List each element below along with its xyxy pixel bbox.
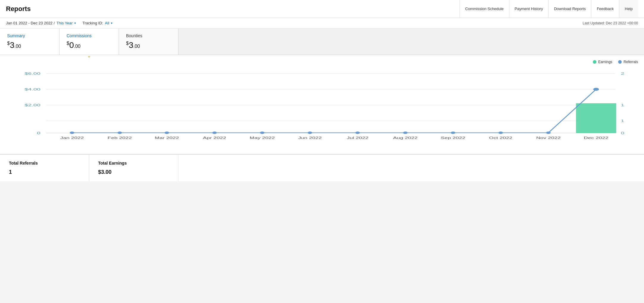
stats-empty-area [178, 155, 644, 181]
date-range: Jan 01 2022 - Dec 23 2022 / [6, 21, 55, 25]
svg-text:Nov 2022: Nov 2022 [536, 136, 561, 140]
chart-svg: $6.00 $4.00 $2.00 0 2 1 1 0 Jan 2022 Feb… [6, 68, 638, 151]
page-title: Reports [6, 5, 459, 13]
svg-text:Jan 2022: Jan 2022 [60, 136, 84, 140]
nav-tab-payment-history[interactable]: Payment History [509, 0, 548, 18]
tracking-dropdown-arrow[interactable]: ▾ [111, 21, 112, 25]
legend-referrals: Referrals [618, 60, 638, 64]
bottom-stats: Total Referrals 1 Total Earnings $3.00 [0, 154, 644, 181]
referral-dot-jan [70, 132, 74, 134]
svg-text:1: 1 [621, 103, 624, 107]
chart-legend: Earnings Referrals [6, 60, 638, 64]
svg-text:May 2022: May 2022 [250, 136, 275, 140]
total-referrals-box: Total Referrals 1 [0, 155, 89, 181]
referral-dot-feb [117, 132, 122, 134]
this-year-link[interactable]: This Year [56, 21, 73, 25]
total-referrals-label: Total Referrals [9, 161, 80, 165]
svg-text:Sep 2022: Sep 2022 [441, 136, 465, 140]
summary-tab-label-commissions: Commissions [67, 33, 107, 38]
tracking-id-dropdown[interactable]: All [105, 21, 109, 25]
referral-dot-nov [546, 132, 551, 134]
referral-dot-mar [164, 132, 169, 134]
svg-text:Jun 2022: Jun 2022 [298, 136, 322, 140]
referral-dot-aug [403, 132, 408, 134]
svg-text:Mar 2022: Mar 2022 [155, 136, 179, 140]
svg-text:Feb 2022: Feb 2022 [108, 136, 132, 140]
total-earnings-label: Total Earnings [98, 161, 169, 165]
svg-text:Dec 2022: Dec 2022 [584, 136, 609, 140]
svg-text:2: 2 [621, 72, 624, 75]
referral-dot-jul [355, 132, 360, 134]
referral-dot-jun [308, 132, 312, 134]
svg-text:$4.00: $4.00 [25, 88, 40, 91]
referrals-dot [618, 60, 622, 64]
nav-tab-commission-schedule[interactable]: Commission Schedule [459, 0, 509, 18]
svg-text:1: 1 [621, 119, 624, 123]
tracking-label: Tracking ID: [82, 21, 103, 25]
summary-tab-value-commissions: $0.00 [67, 40, 107, 50]
nav-tab-help[interactable]: Help [619, 0, 638, 18]
chart-area: $6.00 $4.00 $2.00 0 2 1 1 0 Jan 2022 Feb… [6, 68, 638, 151]
summary-tab-value-summary: $3.00 [7, 40, 47, 50]
svg-text:$6.00: $6.00 [25, 72, 40, 75]
summary-tab-label-bounties: Bounties [126, 33, 166, 38]
referral-dot-apr [212, 132, 217, 134]
svg-text:$2.00: $2.00 [25, 103, 40, 107]
date-bar-left: Jan 01 2022 - Dec 23 2022 / This Year ▾ … [6, 21, 112, 25]
earnings-dot [593, 60, 596, 64]
referrals-line [72, 89, 596, 133]
referral-dot-oct [498, 132, 503, 134]
nav-tabs: Commission Schedule Payment History Down… [459, 0, 638, 18]
date-bar: Jan 01 2022 - Dec 23 2022 / This Year ▾ … [0, 18, 644, 29]
earnings-label: Earnings [598, 60, 612, 64]
last-updated: Last Updated: Dec 23 2022 +00:00 [583, 21, 638, 25]
referral-dot-sep [451, 132, 455, 134]
header: Reports Commission Schedule Payment Hist… [0, 0, 644, 18]
earnings-bar-dec [576, 103, 616, 133]
summary-tab-label-summary: Summary [7, 33, 47, 38]
svg-text:0: 0 [37, 131, 40, 135]
svg-text:Jul 2022: Jul 2022 [347, 136, 368, 140]
referral-dot-may [260, 132, 264, 134]
chevron-down-icon: ⌄ [87, 52, 91, 59]
svg-text:Aug 2022: Aug 2022 [393, 136, 418, 140]
summary-tabs: Summary $3.00 Commissions $0.00 ⌄ Bounti… [0, 29, 644, 55]
nav-tab-feedback[interactable]: Feedback [591, 0, 619, 18]
summary-tab-commissions[interactable]: Commissions $0.00 ⌄ [59, 29, 119, 55]
summary-tab-value-bounties: $3.00 [126, 40, 166, 50]
svg-text:0: 0 [621, 131, 624, 135]
total-earnings-value: $3.00 [98, 169, 169, 175]
summary-tab-summary[interactable]: Summary $3.00 [0, 29, 59, 55]
date-dropdown-arrow[interactable]: ▾ [74, 21, 76, 25]
referral-dot-dec [593, 88, 599, 91]
chart-container: Earnings Referrals $6.00 $4.00 $2.00 0 2… [0, 55, 644, 154]
total-referrals-value: 1 [9, 169, 80, 175]
total-earnings-box: Total Earnings $3.00 [89, 155, 178, 181]
grey-area [178, 29, 644, 55]
svg-text:Apr 2022: Apr 2022 [203, 136, 226, 140]
nav-tab-download-reports[interactable]: Download Reports [548, 0, 591, 18]
summary-tab-bounties[interactable]: Bounties $3.00 [119, 29, 178, 55]
referrals-label: Referrals [623, 60, 638, 64]
svg-text:Oct 2022: Oct 2022 [489, 136, 512, 140]
legend-earnings: Earnings [593, 60, 612, 64]
